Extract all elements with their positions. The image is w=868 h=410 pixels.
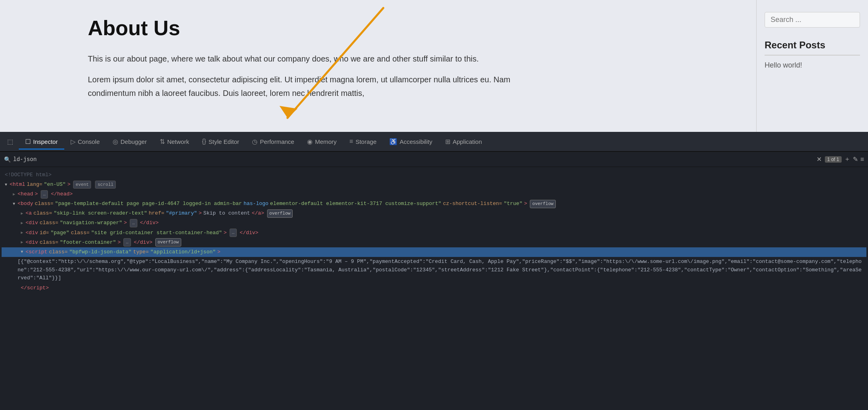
html-line-a-skip: ▶ <a class="skip-link screen-reader-text…: [2, 209, 866, 218]
devtools-tabbar: ⬚ ☐ Inspector ▷ Console ◎ Debugger ⇅ Net…: [0, 132, 868, 152]
memory-icon: ◉: [307, 138, 313, 145]
devtools-toolbar-left: ⬚: [3, 136, 17, 147]
div-footer-triangle[interactable]: ▶: [21, 239, 23, 246]
sidebar-heading: Recent Posts: [765, 40, 860, 56]
performance-icon: ◷: [252, 138, 258, 145]
html-line-div-nav: ▶ <div class="navigation-wrapper" > … </…: [2, 218, 866, 228]
div-footer-overflow[interactable]: overflow: [155, 238, 181, 247]
webpage-content: About Us This is our about page, where w…: [0, 0, 756, 132]
page-body-2: Lorem ipsum dolor sit amet, consectetur …: [88, 73, 527, 100]
html-search-input[interactable]: [13, 156, 814, 163]
devtools-searchbar: 🔍 ✕ 1 of 1 ＋ ✎ ≡: [0, 152, 868, 167]
tab-network-label: Network: [167, 138, 189, 145]
tab-debugger[interactable]: ◎ Debugger: [106, 135, 153, 149]
console-icon: ▷: [71, 138, 75, 145]
tab-accessibility-label: Accessibility: [400, 138, 432, 145]
body-triangle[interactable]: ▼: [13, 201, 15, 207]
html-line-body: ▼ <body class="page-template-default pag…: [2, 199, 866, 209]
tab-storage[interactable]: ≡ Storage: [343, 135, 383, 149]
tab-memory[interactable]: ◉ Memory: [301, 135, 343, 149]
tab-console-label: Console: [78, 138, 100, 145]
tab-debugger-label: Debugger: [121, 138, 147, 145]
html-line-div-page: ▶ <div id="page" class="site grid-contai…: [2, 228, 866, 238]
search-magnifier-icon: 🔍: [4, 156, 11, 163]
div-page-ellipsis[interactable]: …: [230, 229, 237, 237]
add-search-button[interactable]: ＋: [844, 155, 850, 163]
sidebar-link[interactable]: Hello world!: [765, 61, 860, 70]
search-input[interactable]: [765, 12, 860, 28]
tab-network[interactable]: ⇅ Network: [153, 135, 196, 149]
storage-icon: ≡: [349, 138, 353, 145]
script-triangle[interactable]: ▼: [21, 249, 23, 255]
tab-accessibility[interactable]: ♿ Accessibility: [383, 135, 439, 149]
tab-inspector[interactable]: ☐ Inspector: [19, 135, 64, 149]
html-line-script: ▼ <script class="bpfwp-ld-json-data" typ…: [2, 247, 866, 257]
more-search-button[interactable]: ≡: [860, 156, 864, 163]
tab-memory-label: Memory: [315, 138, 337, 145]
html-line-head: ▶ <head > … </head>: [2, 189, 866, 199]
div-footer-ellipsis[interactable]: …: [123, 238, 131, 247]
html-panel: <!DOCTYPE html> ▼ <html lang="en-US" > e…: [0, 167, 868, 410]
html-line-html: ▼ <html lang="en-US" > event scroll: [2, 180, 866, 189]
div-nav-triangle[interactable]: ▶: [21, 220, 23, 227]
a-overflow-badge[interactable]: overflow: [267, 209, 293, 218]
tab-application-label: Application: [453, 138, 482, 145]
tab-application[interactable]: ⊞ Application: [439, 135, 488, 149]
page-title: About Us: [88, 16, 732, 40]
div-page-triangle[interactable]: ▶: [21, 229, 23, 236]
webpage-area: About Us This is our about page, where w…: [0, 0, 868, 132]
tab-performance-label: Performance: [260, 138, 294, 145]
html-triangle[interactable]: ▼: [5, 181, 7, 188]
a-triangle[interactable]: ▶: [21, 210, 23, 217]
head-ellipsis-badge[interactable]: …: [41, 190, 48, 199]
accessibility-icon: ♿: [389, 138, 397, 145]
page-body-1: This is our about page, where we talk ab…: [88, 52, 527, 66]
debugger-icon: ◎: [113, 138, 118, 145]
tab-style-editor-label: Style Editor: [208, 138, 239, 145]
html-line-doctype: <!DOCTYPE html>: [2, 170, 866, 180]
search-count-badge: 1 of 1: [825, 156, 842, 163]
body-overflow-badge[interactable]: overflow: [530, 200, 556, 208]
webpage-sidebar: Recent Posts Hello world!: [756, 0, 868, 132]
script-data-content: [{"@context":"http:\/\/schema.org","@typ…: [2, 257, 866, 283]
devtools-panel: ⬚ ☐ Inspector ▷ Console ◎ Debugger ⇅ Net…: [0, 132, 868, 410]
tab-style-editor[interactable]: {} Style Editor: [196, 135, 246, 149]
event-badge[interactable]: event: [73, 181, 91, 189]
head-triangle[interactable]: ▶: [13, 191, 15, 198]
scroll-badge[interactable]: scroll: [95, 181, 116, 189]
inspector-cursor-btn[interactable]: ⬚: [5, 136, 16, 147]
html-line-script-close: </script>: [2, 283, 866, 293]
tab-storage-label: Storage: [355, 138, 377, 145]
style-editor-icon: {}: [202, 138, 206, 145]
edit-search-button[interactable]: ✎: [853, 155, 858, 163]
clear-search-button[interactable]: ✕: [816, 155, 822, 163]
inspector-icon: ☐: [25, 138, 31, 145]
tab-performance[interactable]: ◷ Performance: [246, 135, 301, 149]
html-line-div-footer: ▶ <div class="footer-container" > … </di…: [2, 238, 866, 247]
div-nav-ellipsis[interactable]: …: [130, 219, 137, 227]
tab-console[interactable]: ▷ Console: [64, 135, 106, 149]
network-icon: ⇅: [160, 138, 165, 145]
tab-inspector-label: Inspector: [33, 138, 58, 145]
application-icon: ⊞: [445, 138, 450, 145]
